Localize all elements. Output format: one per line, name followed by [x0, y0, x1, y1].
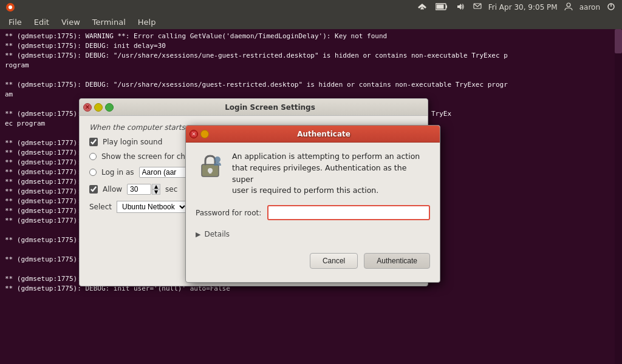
- log-in-as-radio[interactable]: [89, 169, 97, 176]
- play-login-sound-label: Play login sound: [103, 138, 162, 146]
- details-label: Details: [204, 230, 230, 238]
- login-settings-minimize-button[interactable]: [94, 103, 103, 112]
- allow-spin-down[interactable]: ▼: [152, 189, 160, 195]
- volume-icon[interactable]: [454, 2, 466, 13]
- auth-message: An application is attempting to perform …: [232, 151, 430, 197]
- auth-title: Authenticate: [211, 130, 436, 138]
- log-in-as-label: Log in as: [101, 168, 134, 177]
- auth-top-area: An application is attempting to perform …: [196, 151, 430, 197]
- scroll-thumb[interactable]: [615, 29, 622, 53]
- log-in-as-input[interactable]: [139, 167, 188, 178]
- login-settings-title: Login Screen Settings: [116, 103, 424, 112]
- terminal-menubar: File Edit View Terminal Help: [0, 15, 622, 29]
- svg-rect-12: [209, 170, 211, 174]
- password-input[interactable]: [267, 205, 430, 220]
- details-triangle-icon: ▶: [196, 231, 200, 238]
- auth-field-row: Password for root:: [196, 205, 430, 220]
- menu-file[interactable]: File: [4, 16, 27, 28]
- allow-spin-up[interactable]: ▲: [152, 184, 160, 189]
- menu-terminal[interactable]: Terminal: [87, 16, 131, 28]
- network-icon[interactable]: [415, 2, 429, 13]
- term-line: ** (gdmsetup:1775): DEBUG: init delay=30: [5, 41, 617, 51]
- menu-edit[interactable]: Edit: [29, 16, 54, 28]
- topbar-left: [5, 2, 16, 13]
- svg-point-1: [9, 5, 12, 9]
- menu-view[interactable]: View: [56, 16, 85, 28]
- select-label: Select: [89, 203, 112, 211]
- chat-icon[interactable]: [471, 2, 484, 13]
- term-line: ** (gdmsetup:1775): DEBUG: "/usr/share/x…: [5, 80, 617, 90]
- key-icon: [196, 151, 225, 180]
- allow-spinner: ▲ ▼: [127, 184, 160, 195]
- term-line: ** (gdmsetup:1775): DEBUG: "/usr/share/x…: [5, 51, 617, 61]
- allow-seconds-input[interactable]: [127, 184, 151, 195]
- allow-checkbox[interactable]: [89, 185, 98, 194]
- show-screen-radio[interactable]: [89, 153, 97, 160]
- auth-titlebar: ✕ Authenticate: [186, 126, 440, 143]
- power-icon[interactable]: [605, 2, 617, 13]
- system-topbar: Fri Apr 30, 9:05 PM aaron: [0, 0, 622, 15]
- show-screen-label: Show the screen for ch: [101, 152, 185, 161]
- term-line: rogram: [5, 61, 617, 70]
- auth-dialog: ✕ Authenticate: [185, 125, 440, 283]
- username-display: aaron: [579, 3, 600, 12]
- password-label: Password for root:: [196, 209, 261, 217]
- auth-minimize-button[interactable]: [200, 130, 209, 138]
- app-icon: [5, 2, 16, 13]
- user-icon[interactable]: [562, 2, 575, 13]
- svg-rect-4: [436, 4, 443, 8]
- play-login-sound-checkbox[interactable]: [89, 138, 98, 146]
- session-select[interactable]: Ubuntu Netbook: [117, 201, 188, 213]
- terminal-scrollbar[interactable]: [615, 29, 622, 364]
- topbar-right: Fri Apr 30, 9:05 PM aaron: [415, 2, 617, 13]
- battery-icon[interactable]: [434, 3, 449, 12]
- login-settings-close-button[interactable]: ✕: [83, 103, 92, 112]
- cancel-button[interactable]: Cancel: [310, 253, 358, 269]
- auth-icon-area: [196, 151, 225, 180]
- auth-body: An application is attempting to perform …: [186, 143, 440, 253]
- svg-rect-3: [446, 5, 447, 8]
- authenticate-button[interactable]: Authenticate: [364, 253, 430, 269]
- auth-footer: Cancel Authenticate: [186, 253, 440, 276]
- menu-help[interactable]: Help: [133, 16, 161, 28]
- auth-close-button[interactable]: ✕: [190, 130, 198, 138]
- term-line: ** (gdmsetup:1775): WARNING **: Error ca…: [5, 32, 617, 41]
- allow-spin-buttons: ▲ ▼: [152, 184, 160, 195]
- allow-label: Allow: [103, 185, 122, 194]
- svg-point-7: [567, 3, 570, 7]
- svg-marker-5: [457, 4, 461, 10]
- clock-display: Fri Apr 30, 9:05 PM: [488, 3, 558, 12]
- login-settings-maximize-button[interactable]: [105, 103, 114, 112]
- seconds-label: sec: [165, 185, 177, 194]
- term-line: [5, 70, 617, 80]
- svg-point-13: [214, 157, 220, 163]
- login-settings-titlebar: ✕ Login Screen Settings: [80, 99, 428, 116]
- auth-details-row[interactable]: ▶ Details: [196, 230, 430, 238]
